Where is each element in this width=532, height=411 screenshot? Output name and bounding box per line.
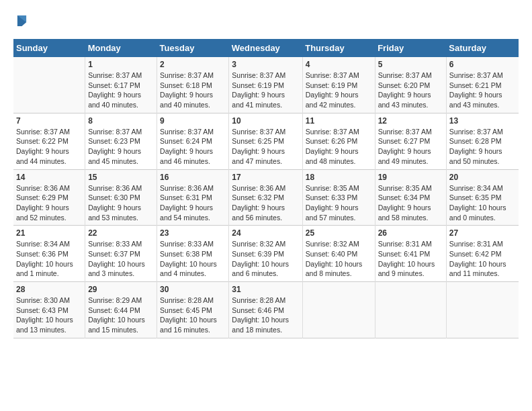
daylight-text: Daylight: 10 hours xyxy=(16,315,82,325)
day-info: Sunrise: 8:36 AMSunset: 6:30 PMDaylight:… xyxy=(88,183,154,223)
daylight-text: Daylight: 10 hours xyxy=(449,203,516,213)
day-cell: 29Sunrise: 8:29 AMSunset: 6:44 PMDayligh… xyxy=(85,282,157,338)
sunrise-text: Sunrise: 8:37 AM xyxy=(378,127,443,137)
daylight-text-2: and 15 minutes. xyxy=(88,325,154,335)
day-info: Sunrise: 8:30 AMSunset: 6:43 PMDaylight:… xyxy=(16,295,82,335)
day-number: 15 xyxy=(88,173,154,182)
day-info: Sunrise: 8:35 AMSunset: 6:34 PMDaylight:… xyxy=(378,183,443,223)
daylight-text-2: and 40 minutes. xyxy=(88,100,154,110)
col-wednesday: Wednesday xyxy=(229,39,302,57)
daylight-text: Daylight: 10 hours xyxy=(378,259,443,269)
daylight-text: Daylight: 9 hours xyxy=(449,90,516,100)
day-cell: 2Sunrise: 8:37 AMSunset: 6:18 PMDaylight… xyxy=(157,57,229,113)
daylight-text: Daylight: 9 hours xyxy=(306,203,372,213)
day-info: Sunrise: 8:37 AMSunset: 6:19 PMDaylight:… xyxy=(306,71,372,110)
day-info: Sunrise: 8:36 AMSunset: 6:31 PMDaylight:… xyxy=(160,183,226,223)
daylight-text-2: and 3 minutes. xyxy=(88,269,154,279)
daylight-text: Daylight: 9 hours xyxy=(378,90,443,100)
calendar-header: Sunday Monday Tuesday Wednesday Thursday… xyxy=(13,39,519,57)
sunset-text: Sunset: 6:29 PM xyxy=(16,193,82,203)
day-number: 27 xyxy=(449,228,516,238)
daylight-text: Daylight: 9 hours xyxy=(16,146,82,156)
sunset-text: Sunset: 6:28 PM xyxy=(449,136,516,146)
daylight-text-2: and 52 minutes. xyxy=(16,213,82,223)
sunset-text: Sunset: 6:45 PM xyxy=(160,306,226,316)
sunset-text: Sunset: 6:36 PM xyxy=(16,249,82,259)
day-number: 4 xyxy=(306,60,372,69)
sunset-text: Sunset: 6:31 PM xyxy=(160,193,226,203)
sunset-text: Sunset: 6:30 PM xyxy=(88,193,154,203)
col-monday: Monday xyxy=(85,39,157,57)
day-cell: 24Sunrise: 8:32 AMSunset: 6:39 PMDayligh… xyxy=(229,226,302,282)
sunset-text: Sunset: 6:42 PM xyxy=(449,249,516,259)
daylight-text: Daylight: 9 hours xyxy=(378,203,443,213)
day-number: 5 xyxy=(378,60,443,69)
daylight-text: Daylight: 10 hours xyxy=(232,259,299,269)
day-number: 10 xyxy=(232,116,299,126)
sunrise-text: Sunrise: 8:35 AM xyxy=(378,183,443,193)
day-info: Sunrise: 8:34 AMSunset: 6:36 PMDaylight:… xyxy=(16,239,82,279)
day-number: 3 xyxy=(232,60,299,69)
day-cell: 14Sunrise: 8:36 AMSunset: 6:29 PMDayligh… xyxy=(13,169,85,226)
daylight-text-2: and 49 minutes. xyxy=(378,156,443,167)
day-cell xyxy=(302,282,375,338)
daylight-text-2: and 11 minutes. xyxy=(449,269,516,279)
day-cell xyxy=(13,57,85,113)
sunset-text: Sunset: 6:25 PM xyxy=(232,136,299,146)
daylight-text: Daylight: 9 hours xyxy=(232,90,299,100)
day-cell: 27Sunrise: 8:31 AMSunset: 6:42 PMDayligh… xyxy=(446,226,519,282)
daylight-text-2: and 1 minute. xyxy=(16,269,82,279)
daylight-text-2: and 6 minutes. xyxy=(232,269,299,279)
day-info: Sunrise: 8:32 AMSunset: 6:39 PMDaylight:… xyxy=(232,239,299,279)
day-cell: 8Sunrise: 8:37 AMSunset: 6:23 PMDaylight… xyxy=(85,113,157,169)
daylight-text: Daylight: 9 hours xyxy=(88,146,154,156)
day-info: Sunrise: 8:37 AMSunset: 6:28 PMDaylight:… xyxy=(449,127,516,167)
daylight-text: Daylight: 9 hours xyxy=(160,146,226,156)
day-info: Sunrise: 8:31 AMSunset: 6:41 PMDaylight:… xyxy=(378,239,443,279)
day-info: Sunrise: 8:37 AMSunset: 6:22 PMDaylight:… xyxy=(16,127,82,167)
day-cell: 25Sunrise: 8:32 AMSunset: 6:40 PMDayligh… xyxy=(302,226,375,282)
sunrise-text: Sunrise: 8:37 AM xyxy=(88,71,154,81)
day-info: Sunrise: 8:34 AMSunset: 6:35 PMDaylight:… xyxy=(449,183,516,223)
week-row-3: 21Sunrise: 8:34 AMSunset: 6:36 PMDayligh… xyxy=(13,226,519,282)
daylight-text: Daylight: 9 hours xyxy=(378,146,443,156)
sunrise-text: Sunrise: 8:37 AM xyxy=(160,71,226,81)
day-cell: 13Sunrise: 8:37 AMSunset: 6:28 PMDayligh… xyxy=(446,113,519,169)
col-saturday: Saturday xyxy=(446,39,519,57)
sunrise-text: Sunrise: 8:32 AM xyxy=(306,239,372,249)
sunset-text: Sunset: 6:38 PM xyxy=(160,249,226,259)
day-cell: 21Sunrise: 8:34 AMSunset: 6:36 PMDayligh… xyxy=(13,226,85,282)
day-cell: 22Sunrise: 8:33 AMSunset: 6:37 PMDayligh… xyxy=(85,226,157,282)
sunrise-text: Sunrise: 8:34 AM xyxy=(16,239,82,249)
sunrise-text: Sunrise: 8:37 AM xyxy=(449,71,516,81)
day-cell: 7Sunrise: 8:37 AMSunset: 6:22 PMDaylight… xyxy=(13,113,85,169)
day-number: 26 xyxy=(378,228,443,238)
day-cell: 4Sunrise: 8:37 AMSunset: 6:19 PMDaylight… xyxy=(302,57,375,113)
sunrise-text: Sunrise: 8:31 AM xyxy=(378,239,443,249)
day-number: 17 xyxy=(232,173,299,182)
sunset-text: Sunset: 6:21 PM xyxy=(449,81,516,91)
day-number: 24 xyxy=(232,228,299,238)
day-cell: 15Sunrise: 8:36 AMSunset: 6:30 PMDayligh… xyxy=(85,169,157,226)
daylight-text-2: and 50 minutes. xyxy=(449,156,516,167)
day-number: 22 xyxy=(88,228,154,238)
day-info: Sunrise: 8:37 AMSunset: 6:27 PMDaylight:… xyxy=(378,127,443,167)
day-info: Sunrise: 8:28 AMSunset: 6:45 PMDaylight:… xyxy=(160,295,226,335)
day-cell: 3Sunrise: 8:37 AMSunset: 6:19 PMDaylight… xyxy=(229,57,302,113)
day-number: 23 xyxy=(160,228,226,238)
sunrise-text: Sunrise: 8:37 AM xyxy=(449,127,516,137)
sunrise-text: Sunrise: 8:30 AM xyxy=(16,295,82,306)
sunset-text: Sunset: 6:43 PM xyxy=(16,306,82,316)
daylight-text: Daylight: 9 hours xyxy=(306,146,372,156)
daylight-text-2: and 13 minutes. xyxy=(16,325,82,335)
day-number: 18 xyxy=(306,173,372,182)
daylight-text: Daylight: 10 hours xyxy=(160,315,226,325)
day-cell: 11Sunrise: 8:37 AMSunset: 6:26 PMDayligh… xyxy=(302,113,375,169)
day-number: 21 xyxy=(16,228,82,238)
day-number: 28 xyxy=(16,285,82,294)
day-cell: 18Sunrise: 8:35 AMSunset: 6:33 PMDayligh… xyxy=(302,169,375,226)
day-number: 11 xyxy=(306,116,372,126)
day-number: 16 xyxy=(160,173,226,182)
day-cell: 10Sunrise: 8:37 AMSunset: 6:25 PMDayligh… xyxy=(229,113,302,169)
daylight-text: Daylight: 10 hours xyxy=(16,259,82,269)
